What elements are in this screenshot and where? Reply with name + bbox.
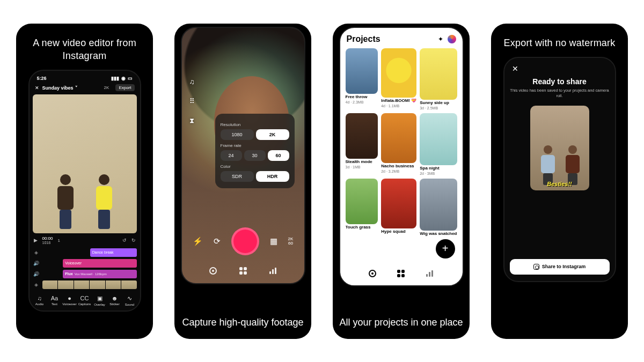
seg-option[interactable]: 1080 — [221, 129, 254, 140]
chevron-down-icon — [75, 85, 78, 91]
clip-voiceover[interactable]: Voiceover — [63, 259, 136, 268]
panel-export: Export with no watermark Ready to share … — [491, 24, 628, 339]
flash-icon[interactable] — [193, 237, 203, 246]
tool-text[interactable]: AaText — [48, 295, 62, 306]
project-card[interactable]: Spa night2d · 3MB — [420, 113, 457, 175]
camera-controls: 2K 60 — [182, 227, 304, 255]
sparkle-icon[interactable] — [438, 35, 443, 43]
avatar[interactable] — [448, 35, 456, 43]
project-name: Inflata-BOOM! 💝 — [381, 99, 416, 103]
resolution-seg: 10802K — [221, 129, 289, 140]
seg-option[interactable]: 30 — [244, 150, 266, 161]
project-thumbnail — [346, 48, 378, 94]
phone-projects: Projects Free throw4d · 2.3MBInflata-BOO… — [339, 27, 464, 286]
panel-projects: Projects Free throw4d · 2.3MBInflata-BOO… — [333, 24, 470, 339]
export-subtitle: This video has been saved to your projec… — [510, 88, 610, 99]
project-card[interactable]: Sunny side up3d · 2.5MB — [420, 48, 457, 110]
timer-icon[interactable]: ⧗ — [186, 115, 198, 127]
tool-captions[interactable]: CCCaptions — [78, 295, 92, 306]
panel4-headline: Export with no watermark — [497, 24, 622, 57]
share-to-instagram-button[interactable]: Share to Instagram — [510, 259, 610, 275]
tool-audio[interactable]: ♫Audio — [33, 295, 47, 306]
tool-icon: ☻ — [112, 295, 118, 301]
project-card[interactable]: Free throw4d · 2.3MB — [346, 48, 378, 110]
project-thumbnail — [420, 48, 457, 100]
editor-toolbar: ♫AudioAaText●VoiceoverCCCaptions▣Overlay… — [33, 290, 137, 307]
project-name: Spa night — [420, 166, 457, 171]
export-title: Ready to share — [532, 77, 586, 86]
seg-option[interactable]: SDR — [221, 171, 254, 182]
tool-sound[interactable]: ∿Sound — [123, 295, 137, 306]
seg-option[interactable]: 60 — [268, 150, 289, 161]
nav-insights-icon[interactable] — [425, 268, 435, 279]
music-icon[interactable] — [186, 76, 198, 88]
project-thumbnail — [420, 113, 457, 165]
tool-overlay[interactable]: ▣Overlay — [93, 295, 107, 306]
wifi-icon: ◉ — [121, 76, 126, 81]
timeline-track[interactable]: ◈Dance break — [33, 248, 137, 257]
preview-figure — [54, 174, 77, 228]
sound-icon[interactable]: 🔊 — [33, 261, 40, 266]
timeline-track[interactable]: 🔊Voiceover — [33, 258, 137, 268]
timeline-track[interactable]: ◈ — [33, 280, 137, 290]
effects-icon[interactable]: ⠿ — [186, 95, 198, 107]
tool-icon: ∿ — [127, 295, 132, 302]
bottom-nav — [340, 264, 463, 282]
preview-figure — [539, 145, 557, 183]
nav-record-icon[interactable] — [367, 268, 378, 279]
project-card[interactable]: Hype squad — [381, 179, 416, 237]
clip-thumbnails[interactable] — [42, 280, 137, 289]
tool-label: Sticker — [109, 302, 119, 306]
nav-projects-icon[interactable] — [238, 266, 248, 276]
timeline[interactable]: ◈Dance break 🔊Voiceover 🔊FluxVox Maxwell… — [33, 248, 137, 290]
clip-flux-detail: Vox Maxwell · 126bpm — [75, 272, 107, 276]
close-icon[interactable] — [510, 63, 521, 74]
seg-option[interactable]: 2K — [256, 129, 289, 140]
timeline-track[interactable]: 🔊FluxVox Maxwell · 126bpm — [33, 269, 137, 279]
timecode-current: 00:00 — [42, 237, 53, 241]
project-thumbnail — [381, 48, 416, 98]
project-card[interactable]: Wig was snatched — [420, 179, 457, 237]
preview-figure — [93, 174, 115, 228]
project-card[interactable]: Stealth mode3d · 1MB — [346, 113, 378, 175]
clip-dance[interactable]: Dance break — [90, 248, 137, 257]
tool-sticker[interactable]: ☻Sticker — [108, 295, 122, 306]
project-meta: 3d · 1MB — [346, 165, 378, 169]
gallery-icon[interactable] — [270, 237, 277, 246]
project-card[interactable]: Inflata-BOOM! 💝4d · 1.1MB — [381, 48, 416, 110]
add-project-button[interactable]: + — [436, 239, 455, 258]
redo-icon[interactable] — [131, 238, 136, 243]
flip-camera-icon[interactable] — [214, 237, 221, 246]
project-card[interactable]: Nacho business2d · 3.2MB — [381, 113, 416, 175]
sound-icon[interactable]: 🔊 — [33, 271, 40, 277]
video-preview[interactable] — [33, 94, 137, 233]
project-name: Nacho business — [381, 164, 416, 168]
export-button[interactable]: Export — [115, 84, 134, 91]
project-name: Stealth mode — [346, 160, 378, 164]
nav-insights-icon[interactable] — [268, 266, 278, 276]
tool-voiceover[interactable]: ●Voiceover — [63, 295, 77, 306]
eye-icon[interactable]: ◈ — [33, 250, 40, 255]
seg-option[interactable]: 24 — [221, 150, 242, 161]
framerate-seg: 243060 — [221, 150, 289, 161]
nav-projects-icon[interactable] — [396, 268, 406, 279]
nav-record-icon[interactable] — [208, 266, 218, 276]
project-title-wrap[interactable]: Sunday vibes — [42, 85, 98, 91]
play-icon[interactable] — [34, 238, 38, 243]
eye-icon[interactable]: ◈ — [33, 282, 40, 287]
record-button[interactable] — [231, 227, 259, 255]
quality-badge[interactable]: 2K — [101, 84, 113, 91]
quality-indicator[interactable]: 2K 60 — [288, 237, 294, 245]
close-icon[interactable] — [35, 85, 39, 91]
tool-label: Captions — [78, 302, 91, 306]
project-thumbnail — [381, 113, 416, 162]
project-meta: 2d · 3.2MB — [381, 169, 416, 173]
project-card[interactable]: Touch grass — [346, 179, 378, 237]
framerate-label: Frame rate — [221, 143, 289, 148]
clip-flux[interactable]: Flux — [65, 272, 72, 276]
seg-option[interactable]: HDR — [256, 171, 289, 182]
camera-settings-card: Resolution 10802K Frame rate 243060 Colo… — [215, 114, 295, 188]
undo-icon[interactable] — [122, 238, 127, 243]
phone-export: Ready to share This video has been saved… — [503, 57, 616, 282]
project-thumbnail — [346, 113, 378, 159]
